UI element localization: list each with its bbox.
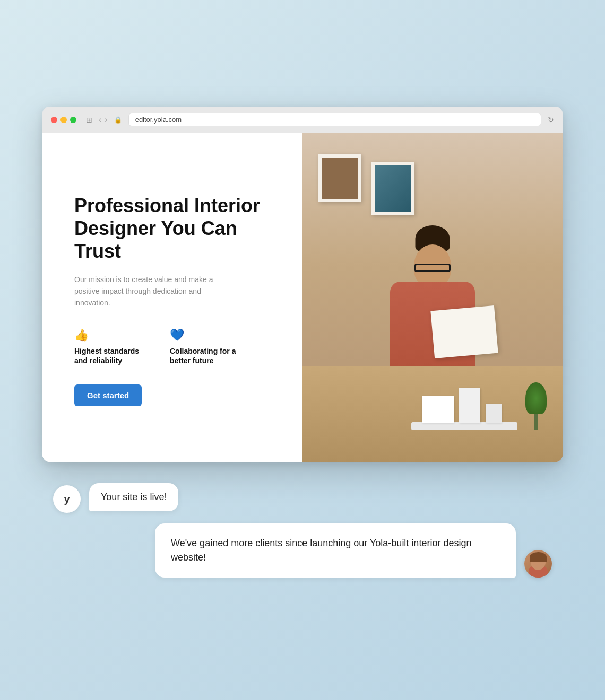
person-paper [430,305,498,358]
person-glasses [414,264,451,272]
features-row: 👍 Highest standards and reliability 💙 Co… [74,328,276,365]
chat-bubble-2: We've gained more clients since launchin… [155,523,516,578]
reload-button[interactable]: ↻ [548,116,554,124]
chat-bubble-1: Your site is live! [89,483,178,511]
website-content: Professional Interior Designer You Can T… [42,133,563,462]
yola-avatar: y [53,485,81,513]
get-started-button[interactable]: Get started [74,384,142,406]
hero-description: Our mission is to create value and make … [74,274,223,309]
website-left-panel: Professional Interior Designer You Can T… [42,133,302,462]
designer-photo [302,133,563,462]
security-icon: 🔒 [114,116,122,124]
feature-item-1: 👍 Highest standards and reliability [74,328,149,365]
dot-red[interactable] [51,117,57,123]
thumbs-up-icon: 👍 [74,328,149,342]
feature-2-label: Collaborating for a better future [170,346,244,365]
dot-green[interactable] [70,117,76,123]
model-building-2 [459,388,480,423]
chat-section: y Your site is live! We've gained more c… [42,462,563,593]
browser-toolbar: ⊞ ‹ › 🔒 editor.yola.com ↻ [42,107,563,133]
dot-yellow[interactable] [60,117,67,123]
model-base [411,422,517,430]
plant-decoration [520,366,552,430]
model-building-1 [422,396,454,423]
hero-title: Professional Interior Designer You Can T… [74,194,276,263]
url-text: editor.yola.com [135,116,182,124]
artwork-frame-1 [318,154,361,202]
back-arrow[interactable]: ‹ [99,115,101,125]
browser-dots [51,117,76,123]
avatar-hair [530,552,547,562]
chat-row-2: We've gained more clients since launchin… [53,523,552,578]
heart-icon: 💙 [170,328,244,342]
url-bar[interactable]: editor.yola.com [128,113,541,126]
user-avatar [524,550,552,578]
browser-nav: ‹ › [99,115,108,125]
chat-row-1: y Your site is live! [53,483,552,513]
browser-window: ⊞ ‹ › 🔒 editor.yola.com ↻ Professional I… [42,107,563,462]
sidebar-icon[interactable]: ⊞ [86,116,92,124]
feature-item-2: 💙 Collaborating for a better future [170,328,244,365]
forward-arrow[interactable]: › [105,115,107,125]
architectural-model [411,388,517,430]
feature-1-label: Highest standards and reliability [74,346,149,365]
website-hero-image [302,133,563,462]
model-building-3 [486,404,502,423]
